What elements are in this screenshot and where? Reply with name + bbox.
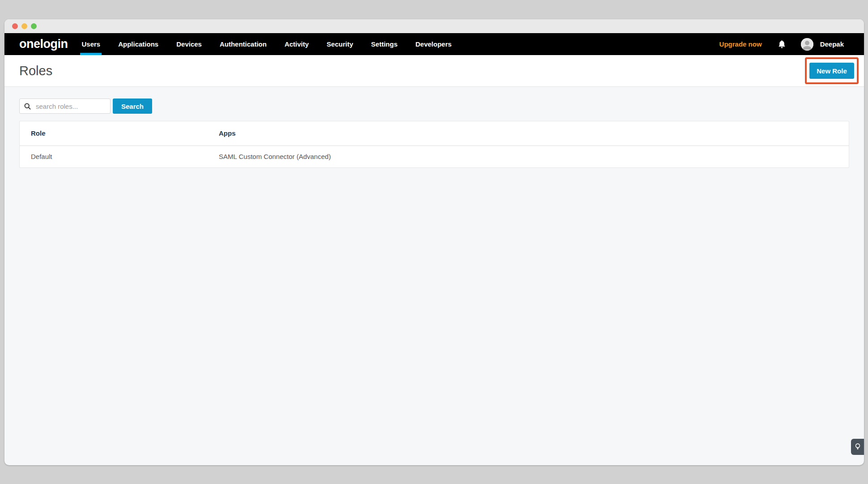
primary-nav: Users Applications Devices Authenticatio… [72, 33, 460, 55]
roles-table-card: Role Apps Default SAML Custom Connector … [19, 121, 849, 168]
nav-item-settings[interactable]: Settings [362, 33, 406, 55]
top-navbar: onelogin Users Applications Devices Auth… [4, 33, 864, 55]
new-role-button[interactable]: New Role [809, 63, 854, 79]
role-name-cell[interactable]: Default [20, 146, 208, 167]
onelogin-logo: onelogin [19, 38, 68, 50]
window-titlebar [4, 19, 864, 33]
search-input-wrapper [19, 99, 111, 114]
table-row[interactable]: Default SAML Custom Connector (Advanced) [20, 146, 849, 167]
column-header-role: Role [20, 121, 208, 146]
page-title: Roles [19, 64, 52, 78]
table-header-row: Role Apps [20, 121, 849, 146]
user-avatar[interactable] [801, 38, 813, 51]
highlight-annotation-box: New Role [805, 57, 859, 84]
nav-item-developers[interactable]: Developers [407, 33, 461, 55]
nav-item-authentication[interactable]: Authentication [211, 33, 276, 55]
navbar-right-group: Upgrade now Deepak [719, 38, 844, 51]
search-row: Search [19, 99, 849, 114]
nav-item-security[interactable]: Security [318, 33, 362, 55]
page-header: Roles New Role [4, 55, 864, 87]
browser-window: onelogin Users Applications Devices Auth… [4, 19, 864, 465]
search-icon [24, 103, 31, 110]
search-button[interactable]: Search [113, 99, 152, 114]
minimize-window-button[interactable] [21, 23, 27, 29]
main-content: Search Role Apps Default SAML Custom Con… [4, 87, 864, 168]
nav-item-activity[interactable]: Activity [276, 33, 318, 55]
upgrade-now-link[interactable]: Upgrade now [719, 40, 762, 48]
nav-item-devices[interactable]: Devices [167, 33, 211, 55]
role-apps-cell: SAML Custom Connector (Advanced) [208, 146, 849, 167]
help-lightbulb-button[interactable] [851, 439, 864, 455]
roles-table: Role Apps Default SAML Custom Connector … [20, 121, 849, 167]
user-name[interactable]: Deepak [820, 40, 844, 48]
lightbulb-icon [855, 443, 861, 451]
column-header-apps: Apps [208, 121, 849, 146]
nav-item-users[interactable]: Users [72, 33, 109, 55]
nav-item-applications[interactable]: Applications [109, 33, 167, 55]
close-window-button[interactable] [12, 23, 18, 29]
zoom-window-button[interactable] [31, 23, 37, 29]
search-input[interactable] [35, 102, 106, 111]
notifications-bell-icon[interactable] [778, 40, 786, 48]
